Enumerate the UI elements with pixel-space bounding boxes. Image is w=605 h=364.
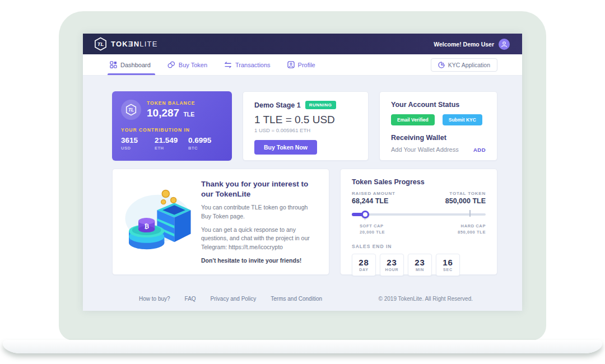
dashboard-content: TL TOKEN BALANCE 10,287 TLE YOUR CONTRIB… bbox=[83, 76, 522, 311]
countdown-min: 23 MIN bbox=[408, 254, 432, 276]
contribution-label: YOUR CONTRIBUTION IN bbox=[121, 127, 223, 133]
profile-card-icon bbox=[287, 61, 295, 68]
account-status-card: Your Account Status Email Verified Submi… bbox=[379, 91, 497, 161]
token-balance-card: TL TOKEN BALANCE 10,287 TLE YOUR CONTRIB… bbox=[112, 91, 232, 161]
tokenlite-hexagon-logo-icon: TL bbox=[94, 37, 107, 51]
user-avatar[interactable] bbox=[499, 39, 510, 50]
welcome-user-text: Welcome! Demo User bbox=[434, 41, 494, 48]
countdown-unit: HOUR bbox=[385, 268, 399, 272]
stage-title: Demo Stage 1 bbox=[254, 101, 301, 109]
countdown-hour: 23 HOUR bbox=[380, 254, 404, 276]
countdown-unit: DAY bbox=[359, 268, 369, 272]
thank-you-card: ₿ Thank you for your interest to our Tok… bbox=[112, 169, 329, 275]
contribution-value: 21.549 bbox=[155, 136, 188, 144]
countdown-unit: MIN bbox=[416, 268, 424, 272]
slider-track bbox=[352, 213, 486, 216]
countdown-day: 28 DAY bbox=[352, 254, 376, 276]
soft-cap-value: 20,000 TLE bbox=[360, 229, 385, 235]
swap-arrows-icon bbox=[224, 62, 232, 68]
token-subrate: 1 USD = 0.005961 ETH bbox=[254, 127, 357, 133]
countdown-value: 23 bbox=[415, 258, 425, 267]
footer-link-terms[interactable]: Terms and Condition bbox=[271, 296, 322, 302]
tab-transactions[interactable]: Transactions bbox=[224, 54, 271, 75]
brand-name-bold: TOKƎN bbox=[111, 40, 139, 48]
tab-label: Profile bbox=[298, 62, 315, 68]
token-balance-label: TOKEN BALANCE bbox=[147, 100, 196, 106]
balance-value: 10,287 bbox=[147, 107, 179, 119]
user-icon bbox=[501, 41, 508, 48]
brand-name: TOKƎNLITE bbox=[111, 40, 158, 48]
footer-link-privacy[interactable]: Privacy and Policy bbox=[211, 296, 257, 302]
contribution-usd: 3615 USD bbox=[121, 136, 155, 151]
countdown-value: 28 bbox=[359, 258, 369, 267]
raised-amount-value: 68,244 TLE bbox=[352, 197, 395, 205]
brand-logo[interactable]: TL TOKƎNLITE bbox=[94, 37, 158, 51]
hard-cap-block: HARD CAP 850,000 TLE bbox=[458, 223, 486, 236]
email-verified-badge[interactable]: Email Verified bbox=[391, 114, 435, 125]
app-header: TL TOKƎNLITE Welcome! Demo User bbox=[83, 34, 522, 54]
brand-name-light: LITE bbox=[139, 40, 157, 48]
thank-you-paragraph-1: You can contribute TLE token go through … bbox=[201, 203, 317, 221]
total-token-label: TOTAL TOKEN bbox=[445, 191, 486, 196]
countdown-value: 16 bbox=[443, 258, 453, 267]
tab-label: Transactions bbox=[235, 62, 271, 68]
tab-label: Dashboard bbox=[120, 62, 151, 68]
svg-text:TL: TL bbox=[97, 41, 104, 47]
copyright-text: © 2019 TokenLite. All Right Reserved. bbox=[379, 296, 473, 302]
sales-progress-slider bbox=[352, 211, 486, 218]
receiving-wallet-title: Receiving Wallet bbox=[391, 134, 486, 142]
contribution-value: 3615 bbox=[121, 136, 155, 144]
app-footer: How to buy? FAQ Privacy and Policy Terms… bbox=[112, 296, 497, 311]
hard-cap-label: HARD CAP bbox=[458, 223, 486, 229]
tab-buy-token[interactable]: Buy Token bbox=[167, 54, 207, 75]
footer-link-faq[interactable]: FAQ bbox=[185, 296, 196, 302]
balance-unit: TLE bbox=[183, 111, 194, 118]
token-sales-progress-card: Token Sales Progress RAISED AMOUNT 68,24… bbox=[340, 169, 497, 275]
contribution-values: 3615 USD 21.549 ETH 0.6995 BTC bbox=[121, 136, 223, 151]
bitcoin-symbol: ₿ bbox=[144, 223, 149, 230]
countdown-value: 23 bbox=[387, 258, 397, 267]
kyc-application-button[interactable]: KYC Application bbox=[431, 58, 497, 72]
thank-you-title: Thank you for your interest to our Token… bbox=[201, 179, 317, 199]
contribution-currency: USD bbox=[121, 146, 155, 151]
token-stage-card: Demo Stage 1 RUNNING 1 TLE = 0.5 USD 1 U… bbox=[243, 91, 369, 161]
slider-knob[interactable] bbox=[361, 211, 369, 218]
token-hexagon-icon: TL bbox=[121, 100, 141, 120]
token-balance-amount: 10,287 TLE bbox=[147, 107, 196, 119]
add-wallet-link[interactable]: ADD bbox=[473, 147, 486, 153]
laptop-mockup: TL TOKƎNLITE Welcome! Demo User bbox=[0, 0, 605, 364]
laptop-base bbox=[3, 340, 602, 353]
contribution-btc: 0.6995 BTC bbox=[188, 136, 222, 151]
submit-kyc-badge[interactable]: Submit KYC bbox=[443, 114, 482, 125]
invite-friends-text: Don't hesitate to invite your friends! bbox=[201, 257, 317, 264]
thank-you-paragraph-2: You can get a quick response to any ques… bbox=[201, 226, 317, 252]
sales-countdown: 28 DAY 23 HOUR 23 MIN 16 bbox=[352, 254, 486, 276]
countdown-sec: 16 SEC bbox=[436, 254, 460, 276]
hard-cap-value: 850,000 TLE bbox=[458, 229, 486, 235]
soft-cap-block: SOFT CAP 20,000 TLE bbox=[360, 223, 385, 236]
contribution-currency: ETH bbox=[155, 146, 188, 151]
svg-text:TL: TL bbox=[128, 107, 134, 113]
tab-dashboard[interactable]: Dashboard bbox=[110, 54, 151, 75]
raised-amount-block: RAISED AMOUNT 68,244 TLE bbox=[352, 191, 395, 205]
buy-token-now-button[interactable]: Buy Token Now bbox=[254, 140, 317, 155]
tab-profile[interactable]: Profile bbox=[287, 54, 315, 75]
coins-icon bbox=[167, 61, 175, 68]
contribution-value: 0.6995 bbox=[188, 136, 222, 144]
token-rate: 1 TLE = 0.5 USD bbox=[254, 114, 357, 126]
kyc-pie-icon bbox=[438, 62, 445, 68]
main-navbar: Dashboard Buy Token Transactions bbox=[83, 54, 522, 76]
dashboard-grid-icon bbox=[110, 61, 117, 68]
sales-end-label: SALES END IN bbox=[352, 244, 486, 249]
total-token-block: TOTAL TOKEN 850,000 TLE bbox=[445, 191, 486, 205]
hard-cap-marker bbox=[469, 210, 471, 217]
footer-link-how-to-buy[interactable]: How to buy? bbox=[139, 296, 170, 302]
tokenlite-dashboard-window: TL TOKƎNLITE Welcome! Demo User bbox=[83, 34, 522, 311]
raised-amount-label: RAISED AMOUNT bbox=[352, 191, 395, 196]
stage-status-badge: RUNNING bbox=[305, 101, 336, 109]
account-status-title: Your Account Status bbox=[391, 101, 486, 109]
sales-progress-title: Token Sales Progress bbox=[352, 178, 486, 186]
crypto-coins-illustration: ₿ bbox=[122, 181, 194, 265]
soft-cap-label: SOFT CAP bbox=[360, 223, 385, 229]
countdown-unit: SEC bbox=[443, 268, 453, 272]
